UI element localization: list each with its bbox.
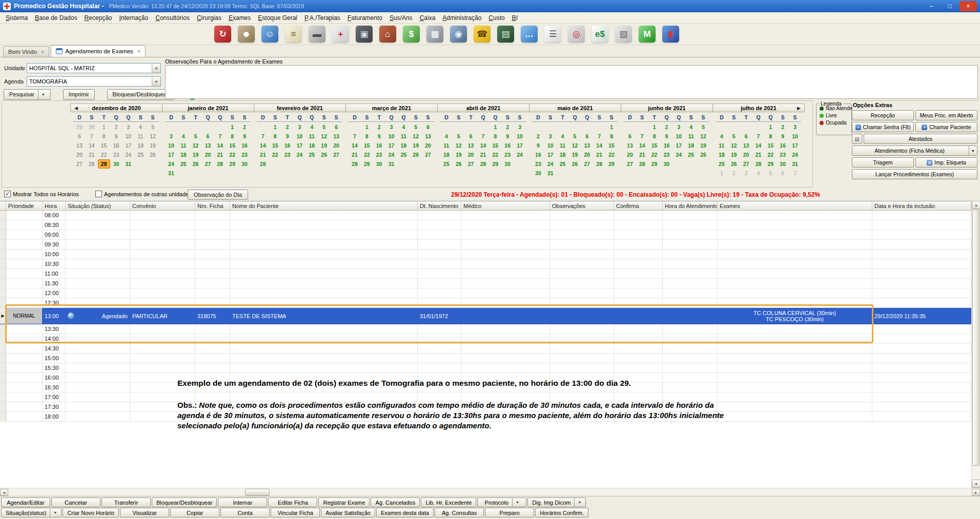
row-selector-cell[interactable] [0, 412, 6, 422]
row-selector-cell[interactable] [0, 354, 6, 363]
observacoes-textarea[interactable] [165, 65, 978, 99]
menu-item-bi[interactable]: BI [508, 13, 521, 23]
cell-prioridade[interactable] [6, 211, 43, 220]
calendar-day[interactable]: 1 [716, 169, 728, 178]
cell-hora_atendimento[interactable] [663, 230, 718, 240]
bloquear-desbloquear-button[interactable]: Bloquear/Desbloquear [107, 89, 174, 100]
cell-hora[interactable]: 14:00 [43, 334, 66, 344]
ambulance-icon[interactable]: + [332, 26, 349, 43]
chevron-down-icon[interactable]: ▼ [152, 64, 160, 73]
menu-item-caixa[interactable]: Caixa [416, 13, 439, 23]
calendar-day[interactable]: 20 [740, 150, 752, 159]
cell-exames[interactable] [718, 383, 872, 392]
tab-agendamento-de-exames[interactable]: Agendamento de Exames× [51, 45, 146, 57]
calendar-day[interactable]: 16 [281, 141, 294, 150]
col-header-hora-do-atendimento[interactable]: Hora do Atendimento [663, 201, 718, 210]
calendar-day[interactable]: 13 [422, 132, 434, 141]
cell-hora[interactable]: 13:00 [43, 308, 66, 324]
calendar-day[interactable]: 4 [440, 132, 453, 141]
calendar-day[interactable]: 4 [134, 122, 147, 132]
calendar-day[interactable]: 15 [605, 141, 618, 150]
cell-convenio[interactable]: PARTICULAR [130, 308, 195, 324]
cell-prioridade[interactable] [6, 344, 43, 354]
calendar-day[interactable]: 6 [465, 132, 477, 141]
cell-prioridade[interactable] [6, 412, 43, 422]
cell-prioridade[interactable] [6, 392, 43, 402]
calendar-day[interactable]: 29 [361, 159, 373, 169]
col-header-data-e-hora-da-inclusao[interactable]: Data e Hora da inclusão [872, 201, 971, 210]
report-icon[interactable]: ☰ [544, 26, 561, 43]
cell-convenio[interactable] [130, 211, 195, 220]
cell-medico[interactable] [461, 363, 550, 373]
calendar-day[interactable]: 27 [202, 159, 214, 169]
calendar-day[interactable]: 30 [238, 159, 251, 169]
cell-exames[interactable] [718, 363, 872, 373]
cell-nome[interactable] [230, 230, 418, 240]
cell-situacao[interactable] [66, 402, 130, 412]
calendar-day[interactable]: 19 [697, 141, 709, 150]
calendar-day[interactable]: 8 [226, 132, 238, 141]
calendar-day[interactable]: 26 [190, 159, 202, 169]
calendar-day[interactable]: 7 [636, 132, 648, 141]
cell-observacoes[interactable] [550, 344, 614, 354]
calendar-day[interactable]: 29 [764, 159, 777, 169]
calendar-day[interactable]: 4 [557, 132, 569, 141]
cell-nome[interactable] [230, 220, 418, 230]
cell-confirma[interactable] [614, 324, 663, 334]
calendar-day[interactable]: 22 [98, 150, 110, 159]
calendar-day[interactable]: 23 [373, 150, 385, 159]
cell-ficha[interactable] [195, 354, 230, 363]
cell-exames[interactable] [718, 230, 872, 240]
calendar-day[interactable]: 18 [305, 141, 318, 150]
cell-nome[interactable] [230, 250, 418, 259]
cell-hora[interactable]: 13:30 [43, 324, 66, 334]
cell-nascimento[interactable] [418, 288, 461, 298]
cell-observacoes[interactable] [550, 250, 614, 259]
calendar-day[interactable]: 26 [453, 159, 465, 169]
calendar-day[interactable]: 22 [226, 150, 238, 159]
extras-button-triagem[interactable]: Triagem [852, 157, 914, 168]
cell-nascimento[interactable] [418, 220, 461, 230]
calendar-day[interactable]: 23 [281, 150, 294, 159]
extras-button-recepcao[interactable]: Recepção [852, 110, 914, 120]
footer-button-agendar-editar[interactable]: Agendar/Editar [1, 497, 50, 507]
calendar-day[interactable]: 4 [716, 132, 728, 141]
footer-button-lib-hr-excedente[interactable]: Lib. Hr. Excedente [421, 497, 476, 507]
calendar-day[interactable]: 7 [214, 132, 226, 141]
calendar-day[interactable]: 27 [330, 150, 342, 159]
footer-button-avaliar-satisfacao[interactable]: Avaliar Satisfação [321, 508, 375, 517]
cell-hora[interactable]: 10:00 [43, 250, 66, 259]
cell-inclusao[interactable] [872, 412, 971, 422]
cell-convenio[interactable] [130, 298, 195, 308]
documents-icon[interactable]: ▧ [615, 26, 632, 43]
cell-convenio[interactable] [130, 344, 195, 354]
cell-nome[interactable] [230, 288, 418, 298]
menu-item-faturamento[interactable]: Faturamento [344, 13, 386, 23]
calendar-day[interactable]: 3 [544, 132, 557, 141]
row-selector-cell[interactable] [0, 279, 6, 288]
cell-hora_atendimento[interactable] [663, 363, 718, 373]
calendar-day[interactable]: 1 [361, 122, 373, 132]
prev-month-arrow-icon[interactable]: ◀ [72, 104, 80, 112]
calendar-day[interactable]: 11 [716, 141, 728, 150]
calendar-day[interactable]: 4 [177, 132, 190, 141]
cell-medico[interactable] [461, 288, 550, 298]
calendar-day[interactable]: 10 [544, 141, 557, 150]
calendar-day[interactable]: 27 [581, 159, 593, 169]
cell-confirma[interactable] [614, 344, 663, 354]
cell-exames[interactable] [718, 324, 872, 334]
minimize-button[interactable]: – [923, 1, 940, 11]
calendar-day[interactable]: 26 [410, 150, 422, 159]
stretcher-icon[interactable]: ▬ [309, 26, 325, 43]
cell-inclusao[interactable] [872, 354, 971, 363]
row-selector-cell[interactable] [0, 220, 6, 230]
cell-situacao[interactable] [66, 211, 130, 220]
col-header-nome-do-paciente[interactable]: Nome do Paciente [230, 201, 418, 210]
calendar-day[interactable]: 27 [624, 159, 636, 169]
calendar-day[interactable]: 20 [202, 150, 214, 159]
extras-button-chamar-paciente[interactable]: »Chamar Paciente [915, 122, 977, 132]
footer-button-criar-novo-horario[interactable]: Criar Novo Horário [63, 508, 119, 517]
cell-observacoes[interactable] [550, 363, 614, 373]
footer-button-registrar-exame[interactable]: Registrar Exame [318, 497, 370, 507]
calendar-day[interactable]: 4 [397, 122, 410, 132]
